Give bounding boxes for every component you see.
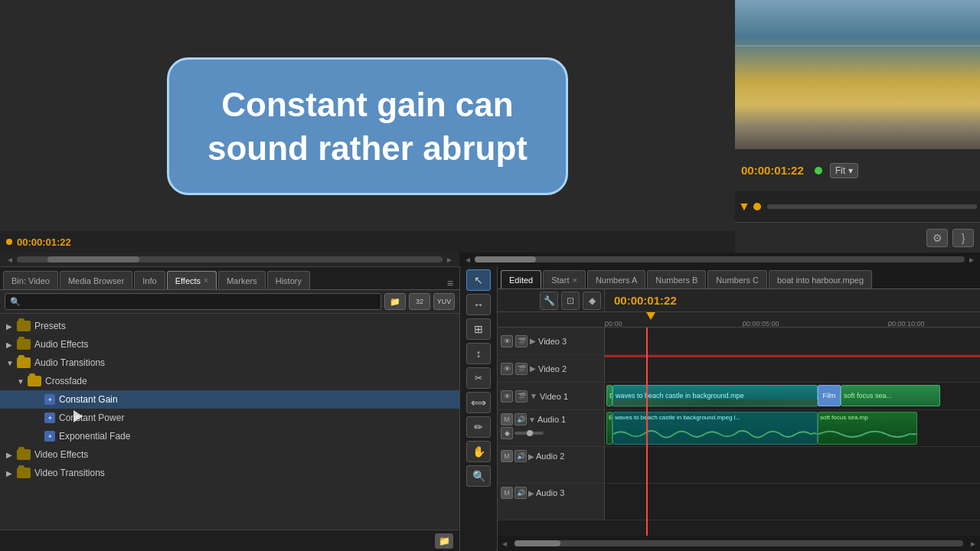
track-eye-icon-video3[interactable]: 👁 xyxy=(501,335,513,347)
track-camera-icon-video3[interactable]: 🎬 xyxy=(515,335,528,347)
track-speaker-icon-audio3[interactable]: 🔊 xyxy=(514,487,527,499)
timeline-snap-icon[interactable]: ⊡ xyxy=(561,292,580,310)
track-header-audio1: M 🔊 ▼ Audio 1 ◆ xyxy=(498,410,605,446)
tree-item-exponential-fade[interactable]: ▶ ✦ Exponential Fade xyxy=(0,427,459,445)
tree-item-constant-power[interactable]: ▶ ✦ Constant Power xyxy=(0,409,459,427)
razor-icon: ✂ xyxy=(475,373,482,383)
rate-stretch-tool-button[interactable]: ↕ xyxy=(466,343,491,364)
hand-tool-button[interactable]: ✋ xyxy=(466,441,491,462)
ruler-line-0 xyxy=(605,322,606,327)
ruler-line-10 xyxy=(888,322,889,327)
slip-tool-button[interactable]: ⟺ xyxy=(466,392,491,413)
tl-tab-numbers-b[interactable]: Numbers B xyxy=(647,270,706,289)
tree-item-video-effects[interactable]: ▶ Video Effects xyxy=(0,445,459,464)
tl-tab-boat[interactable]: boat into harbour.mpeg xyxy=(769,270,872,289)
effect-icon-exponential-fade: ✦ xyxy=(44,431,55,442)
waveform-audio1-waves[interactable]: waves to beach castle in background.mpeg… xyxy=(612,412,818,445)
effects-32bit-button[interactable]: 32 xyxy=(409,293,430,310)
tab-markers-label: Markers xyxy=(227,276,257,285)
tl-tab-numbers-a[interactable]: Numbers A xyxy=(587,270,645,289)
track-speaker-icon-audio1[interactable]: 🔊 xyxy=(514,413,527,425)
track-camera-icon-video1[interactable]: 🎬 xyxy=(515,390,528,403)
track-keyframe-icon-audio1[interactable]: ◆ xyxy=(501,427,513,439)
tree-item-constant-gain[interactable]: ▶ ✦ Constant Gain xyxy=(0,390,459,409)
tab-media-browser[interactable]: Media Browser xyxy=(60,271,132,289)
razor-tool-button[interactable]: ✂ xyxy=(466,367,491,389)
ruler-mark-5: 00:00:05:00 xyxy=(743,320,779,328)
label-exponential-fade: Exponential Fade xyxy=(59,431,130,442)
track-content-video1[interactable]: Di waves to beach castle in background.m… xyxy=(605,383,980,409)
tl-tab-edited[interactable]: Edited xyxy=(501,270,541,289)
zoom-tool-button[interactable]: 🔍 xyxy=(466,465,491,487)
track-content-audio1[interactable]: Ex waves to beach castle in background.m… xyxy=(605,410,980,446)
fit-dropdown[interactable]: Fit ▾ xyxy=(830,163,858,178)
timeline-horizontal-scrollbar[interactable] xyxy=(475,256,965,262)
tab-info[interactable]: Info xyxy=(134,271,165,289)
timeline-panel: Edited Start × Numbers A Numbers B Numbe… xyxy=(498,266,980,551)
track-mute-icon-audio1[interactable]: M xyxy=(501,413,513,425)
arrow-constant-power: ▶ xyxy=(34,414,44,422)
track-camera-icon-video2[interactable]: 🎬 xyxy=(515,363,528,375)
track-expand-audio2[interactable]: ▶ xyxy=(528,452,534,461)
waveform-audio1-ex[interactable]: Ex xyxy=(606,412,612,445)
tree-item-video-transitions[interactable]: ▶ Video Transitions xyxy=(0,464,459,482)
track-speaker-icon-audio2[interactable]: 🔊 xyxy=(514,450,527,462)
track-expand-video2[interactable]: ▶ xyxy=(530,364,536,373)
effects-yuv-button[interactable]: YUV xyxy=(433,293,455,310)
tl-tab-numbers-c[interactable]: Numbers C xyxy=(707,270,767,289)
tab-bin-video[interactable]: Bin: Video xyxy=(3,271,58,289)
track-volume-slider-audio1[interactable] xyxy=(514,432,544,435)
timeline-bottom-scrollbar[interactable] xyxy=(514,540,963,546)
track-name-video3: Video 3 xyxy=(538,337,601,346)
timecode-bar-left: 00:00:01:22 xyxy=(0,231,735,253)
tab-history[interactable]: History xyxy=(267,271,310,289)
clip-video1-film[interactable]: Film xyxy=(818,385,841,406)
track-expand-audio1[interactable]: ▼ xyxy=(528,416,536,424)
pen-tool-button[interactable]: ✏ xyxy=(466,416,491,438)
timeline-wrench-icon[interactable]: 🔧 xyxy=(540,292,558,310)
tab-markers[interactable]: Markers xyxy=(218,271,266,289)
fit-chevron-icon: ▾ xyxy=(848,165,853,176)
track-mute-icon-audio2[interactable]: M xyxy=(501,450,513,462)
track-name-audio1: Audio 1 xyxy=(537,415,601,424)
track-expand-video1[interactable]: ▼ xyxy=(530,392,537,400)
waveform-audio1-soft[interactable]: soft focus sea.mp xyxy=(818,412,917,445)
track-expand-video3[interactable]: ▶ xyxy=(530,337,536,345)
pen-icon: ✏ xyxy=(474,421,483,433)
tl-tab-start-close[interactable]: × xyxy=(572,276,577,285)
scroll-section-top: ◄ ► ◄ ► xyxy=(0,253,980,266)
new-bin-button[interactable]: 📁 xyxy=(384,293,406,310)
clip-video1-soft[interactable]: soft focus sea... xyxy=(841,385,940,406)
track-content-audio2[interactable] xyxy=(605,447,980,483)
effects-search-input[interactable] xyxy=(5,293,381,310)
settings-icon[interactable]: ⚙ xyxy=(926,229,948,247)
ripple-edit-tool-button[interactable]: ⊞ xyxy=(466,318,491,340)
export-icon[interactable]: } xyxy=(952,229,974,247)
tab-effects[interactable]: Effects × xyxy=(167,271,217,289)
clip-video1-di[interactable]: Di xyxy=(606,385,612,406)
track-select-tool-button[interactable]: ↔ xyxy=(466,294,491,315)
track-mute-icon-audio3[interactable]: M xyxy=(501,487,513,499)
track-eye-icon-video2[interactable]: 👁 xyxy=(501,363,513,375)
timeline-marker-icon[interactable]: ◆ xyxy=(583,292,601,310)
tree-item-presets[interactable]: ▶ Presets xyxy=(0,317,459,335)
tree-item-crossfade[interactable]: ▼ Crossfade xyxy=(0,372,459,390)
new-bin-button-bottom[interactable]: 📁 xyxy=(435,533,453,549)
track-header-video1: 👁 🎬 ▼ Video 1 xyxy=(498,383,605,409)
tl-tab-start[interactable]: Start × xyxy=(543,270,586,289)
track-content-video3[interactable] xyxy=(605,328,980,354)
track-content-audio3[interactable] xyxy=(605,484,980,520)
track-video3: 👁 🎬 ▶ Video 3 xyxy=(498,328,980,355)
horizontal-scrollbar-left[interactable] xyxy=(17,256,443,262)
mini-timeline-bar[interactable] xyxy=(767,204,977,209)
tree-item-audio-transitions[interactable]: ▼ Audio Transitions xyxy=(0,354,459,372)
label-video-effects: Video Effects xyxy=(34,449,88,460)
track-expand-audio3[interactable]: ▶ xyxy=(528,489,534,497)
panel-menu-icon[interactable]: ≡ xyxy=(444,277,456,289)
selection-tool-button[interactable]: ↖ xyxy=(466,269,491,291)
tree-item-audio-effects[interactable]: ▶ Audio Effects xyxy=(0,335,459,354)
track-eye-icon-video1[interactable]: 👁 xyxy=(501,390,513,403)
tab-effects-close[interactable]: × xyxy=(204,276,208,285)
track-audio3: M 🔊 ▶ Audio 3 xyxy=(498,484,980,520)
track-content-video2[interactable] xyxy=(605,355,980,382)
